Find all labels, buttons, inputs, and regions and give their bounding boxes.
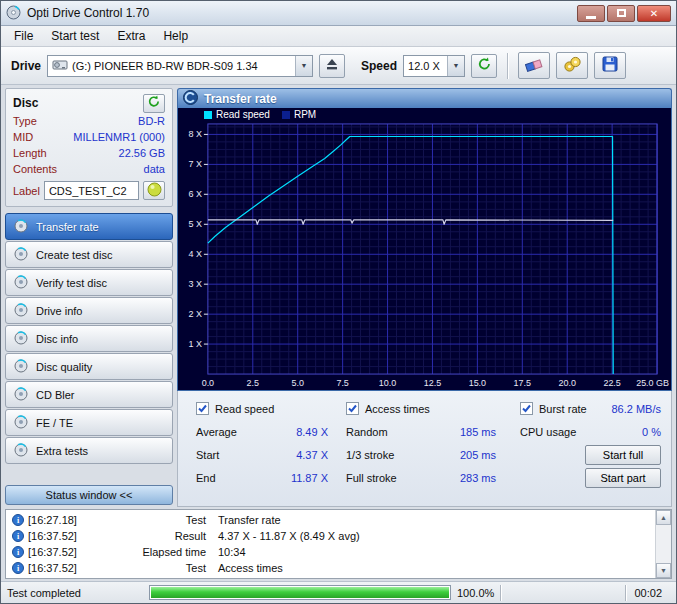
read-speed-checkbox[interactable] — [196, 402, 209, 415]
log-entry[interactable]: i[16:27.18]TestTransfer rate — [12, 512, 653, 528]
start-part-button[interactable]: Start part — [585, 468, 661, 488]
field-label: Contents — [13, 163, 57, 175]
log-scrollbar[interactable]: ▲ ▼ — [655, 510, 671, 578]
close-button[interactable]: ✕ — [637, 5, 671, 22]
statusbar-separator — [500, 585, 501, 601]
refresh-icon — [477, 57, 492, 74]
stat-row-random: Random185 ms — [346, 420, 496, 443]
window-title: Opti Drive Control 1.70 — [27, 6, 577, 20]
maximize-button[interactable] — [607, 5, 635, 22]
disc-icon — [14, 415, 28, 431]
nav-item-verify-test-disc[interactable]: Verify test disc — [5, 269, 173, 296]
settings-gears-button[interactable] — [556, 52, 588, 79]
eraser-icon — [525, 57, 544, 75]
results-group-access-times: Access timesRandom185 ms1/3 stroke205 ms… — [346, 397, 496, 502]
minimize-button[interactable] — [577, 5, 605, 22]
info-icon: i — [12, 562, 28, 574]
nav-item-transfer-rate[interactable]: Transfer rate — [5, 213, 173, 240]
disc-label-input[interactable]: CDS_TEST_C2 — [44, 181, 139, 200]
odc-header-icon — [183, 90, 198, 108]
refresh-speed-button[interactable] — [471, 54, 497, 78]
close-icon: ✕ — [650, 8, 658, 19]
results-group-read-speed: Read speedAverage8.49 XStart4.37 XEnd11.… — [196, 397, 328, 502]
disc-fields: TypeBD-RMIDMILLENMR1 (000)Length22.56 GB… — [13, 113, 165, 177]
legend-label: Read speed — [216, 109, 270, 120]
field-value: 22.56 GB — [119, 147, 165, 159]
svg-text:25.0 GB: 25.0 GB — [636, 378, 669, 388]
toolbar-separator — [507, 53, 508, 79]
log-value: 4.37 X - 11.87 X (8.49 X avg) — [218, 530, 653, 542]
access-times-checkbox[interactable] — [346, 402, 359, 415]
titlebar: Opti Drive Control 1.70 ✕ — [1, 1, 676, 26]
stat-row-start: Start4.37 X — [196, 443, 328, 466]
statusbar-time: 00:02 — [632, 587, 670, 599]
burst-rate-checkbox[interactable] — [520, 402, 533, 415]
log-entry[interactable]: i[16:37.52]Result4.37 X - 11.87 X (8.49 … — [12, 528, 653, 544]
svg-text:7 X: 7 X — [188, 159, 201, 169]
toolbar: Drive (G:) PIONEER BD-RW BDR-S09 1.34 ▼ … — [1, 47, 676, 85]
speed-dropdown-arrow-icon[interactable]: ▼ — [447, 56, 464, 76]
drive-select[interactable]: (G:) PIONEER BD-RW BDR-S09 1.34 ▼ — [47, 55, 313, 77]
log-entry[interactable]: i[16:37.52]TestAccess times — [12, 560, 653, 576]
burst-rate-value: 86.2 MB/s — [611, 403, 661, 415]
sphere-icon — [147, 182, 162, 200]
statusbar: Test completed 100.0% 00:02 — [1, 581, 676, 603]
nav-item-disc-quality[interactable]: Disc quality — [5, 353, 173, 380]
log-time: [16:37.52] — [28, 546, 100, 558]
field-label: Type — [13, 115, 37, 127]
disc-label-button[interactable] — [143, 181, 165, 200]
stat-label: Full stroke — [346, 472, 397, 484]
menu-item-start-test[interactable]: Start test — [42, 27, 108, 45]
floppy-save-icon — [602, 56, 618, 75]
nav-item-cd-bler[interactable]: CD Bler — [5, 381, 173, 408]
log-key: Test — [100, 514, 218, 526]
statusbar-separator — [625, 585, 626, 601]
drive-dropdown-arrow-icon[interactable]: ▼ — [295, 56, 312, 76]
start-full-button[interactable]: Start full — [585, 445, 661, 465]
disc-field-mid: MIDMILLENMR1 (000) — [13, 129, 165, 145]
log-value: 10:34 — [218, 546, 653, 558]
page-title: Transfer rate — [204, 92, 277, 106]
log-time: [16:37.52] — [28, 530, 100, 542]
disc-field-length: Length22.56 GB — [13, 145, 165, 161]
progress-percent: 100.0% — [457, 587, 494, 599]
erase-disc-button[interactable] — [518, 52, 550, 79]
status-window-button[interactable]: Status window << — [5, 485, 173, 505]
nav-item-disc-info[interactable]: Disc info — [5, 325, 173, 352]
stat-label: End — [196, 472, 216, 484]
nav-item-extra-tests[interactable]: Extra tests — [5, 437, 173, 464]
disc-refresh-button[interactable] — [143, 94, 165, 113]
left-panel: Disc TypeBD-RMIDMILLENMR1 (000)Length22.… — [5, 88, 173, 507]
nav-label: Transfer rate — [36, 221, 99, 233]
speed-select[interactable]: 12.0 X ▼ — [403, 55, 465, 77]
log-value: Transfer rate — [218, 514, 653, 526]
disc-field-contents: Contentsdata — [13, 161, 165, 177]
scroll-up-icon[interactable]: ▲ — [656, 510, 671, 525]
nav-item-fe-te[interactable]: FE / TE — [5, 409, 173, 436]
svg-text:6 X: 6 X — [188, 189, 201, 199]
disc-panel-title: Disc — [13, 96, 38, 110]
eject-button[interactable] — [319, 54, 345, 78]
save-button[interactable] — [594, 52, 626, 79]
svg-text:22.5: 22.5 — [603, 378, 620, 388]
log-entry[interactable]: i[16:37.52]Elapsed time10:34 — [12, 544, 653, 560]
log-time: [16:37.52] — [28, 562, 100, 574]
scroll-down-icon[interactable]: ▼ — [656, 563, 671, 578]
stat-label: Start — [196, 449, 219, 461]
nav-list: Transfer rateCreate test discVerify test… — [5, 213, 173, 465]
log-time: [16:27.18] — [28, 514, 100, 526]
stat-row-end: End11.87 X — [196, 466, 328, 489]
main-panel: Transfer rate Read speedRPM 8 X7 X6 X5 X… — [177, 88, 672, 507]
svg-text:10.0: 10.0 — [379, 378, 396, 388]
nav-label: Disc quality — [36, 361, 92, 373]
nav-item-drive-info[interactable]: Drive info — [5, 297, 173, 324]
menu-item-extra[interactable]: Extra — [108, 27, 154, 45]
log-rows: i[16:27.18]TestTransfer ratei[16:37.52]R… — [6, 510, 671, 576]
nav-label: Extra tests — [36, 445, 88, 457]
stat-row-full-stroke: Full stroke283 ms — [346, 466, 496, 489]
menu-item-help[interactable]: Help — [154, 27, 197, 45]
nav-item-create-test-disc[interactable]: Create test disc — [5, 241, 173, 268]
legend-read-speed: Read speed — [204, 109, 270, 120]
menu-item-file[interactable]: File — [5, 27, 42, 45]
nav-label: Verify test disc — [36, 277, 107, 289]
